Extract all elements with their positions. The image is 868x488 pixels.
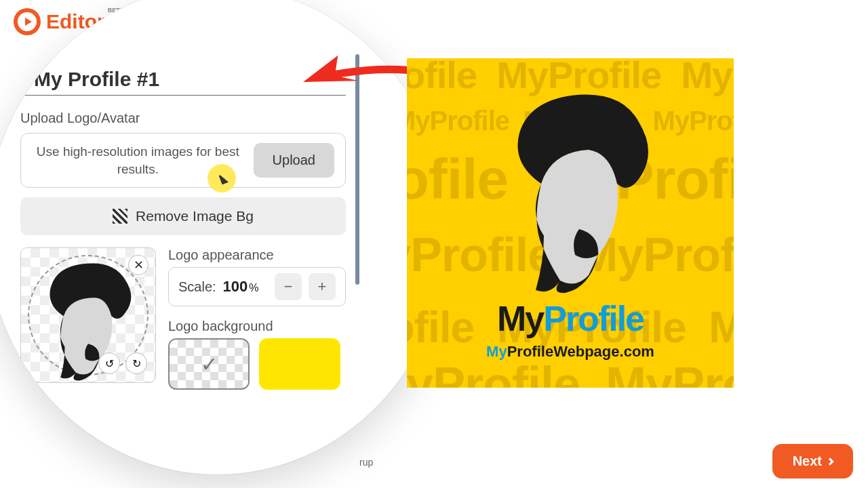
scale-increase-button[interactable]: + bbox=[309, 273, 336, 300]
bg-option-transparent[interactable]: ✓ bbox=[168, 338, 250, 390]
check-icon: ✓ bbox=[201, 352, 218, 376]
scale-value: 100% bbox=[223, 278, 268, 296]
scale-decrease-button[interactable]: − bbox=[275, 273, 302, 300]
bg-option-yellow[interactable] bbox=[259, 338, 340, 390]
collapse-caret-icon bbox=[20, 77, 28, 82]
upload-section-label: Upload Logo/Avatar bbox=[20, 110, 346, 126]
bg-label: Logo background bbox=[168, 319, 346, 334]
next-label: Next bbox=[793, 453, 822, 469]
transparency-icon bbox=[113, 209, 127, 224]
logo-icon bbox=[14, 8, 41, 35]
chevron-right-icon bbox=[826, 458, 833, 465]
appearance-label: Logo appearance bbox=[168, 247, 346, 263]
scale-label: Scale: bbox=[178, 279, 216, 295]
upload-box: Use high-resolution images for best resu… bbox=[20, 133, 346, 188]
upload-button[interactable]: Upload bbox=[254, 143, 334, 178]
truncated-text: rup bbox=[359, 457, 373, 468]
remove-image-bg-button[interactable]: Remove Image Bg bbox=[20, 197, 346, 235]
logo-thumbnail[interactable]: ✕ ↺ ↻ bbox=[20, 247, 156, 383]
preview-title: MyProfile bbox=[407, 298, 734, 339]
scale-control: Scale: 100% − + bbox=[168, 267, 346, 306]
remove-bg-label: Remove Image Bg bbox=[136, 208, 254, 224]
section-title-text: My Profile #1 bbox=[34, 68, 159, 91]
rotate-cw-button[interactable]: ↻ bbox=[125, 352, 147, 374]
color-palette-label: Color Palette bbox=[7, 457, 93, 474]
design-preview[interactable]: MyProfile MyProfile MyProfile MyProfile … bbox=[407, 58, 734, 388]
next-button[interactable]: Next bbox=[772, 444, 853, 479]
cursor-icon bbox=[220, 174, 230, 186]
avatar-large bbox=[487, 85, 670, 309]
rotate-ccw-button[interactable]: ↺ bbox=[98, 352, 120, 374]
panel-scrollbar[interactable] bbox=[355, 54, 359, 285]
preview-url: MyProfileWebpage.com bbox=[407, 343, 734, 361]
section-my-profile[interactable]: My Profile #1 bbox=[20, 68, 346, 96]
zoom-lens: My Profile #1 Upload Logo/Avatar Use hig… bbox=[0, 0, 448, 474]
